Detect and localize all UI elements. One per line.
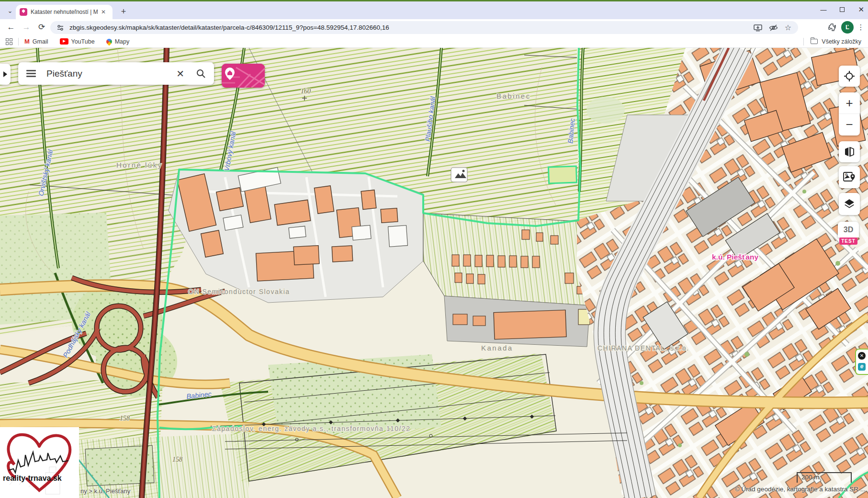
menu-hamburger-icon[interactable] [26,68,36,79]
village-zone [423,213,590,306]
bookmark-youtube[interactable]: YouTube [60,38,95,45]
window-close-button[interactable]: ✕ [858,5,864,14]
tab-strip: ⌄ Kataster nehnuteľností | MAPKA ✕ + — ✕ [0,1,868,19]
gmail-icon: M [24,38,30,45]
locate-me-button[interactable] [839,66,860,87]
selected-parcel[interactable] [548,166,576,183]
browser-tab[interactable]: Kataster nehnuteľností | MAPKA ✕ [16,5,113,19]
tab-close-icon[interactable]: ✕ [100,9,107,15]
svg-text:G: G [845,173,848,176]
all-bookmarks[interactable]: Všetky záložky [800,38,861,45]
label-kanada: Kanada [481,344,513,352]
back-button[interactable]: ← [5,21,17,34]
site-favicon-pin-icon [20,8,27,16]
label-elev-158b: 158 [172,456,182,463]
browser-menu-icon[interactable]: ⋮ [857,21,865,34]
profile-avatar[interactable]: Ľ [841,21,854,34]
apps-grid-icon[interactable] [6,38,12,45]
zoom-out-button[interactable]: − [839,113,860,135]
eye-off-icon[interactable] [769,24,778,32]
folder-icon [811,39,818,44]
browser-toolbar: ← → ⟳ zbgis.skgeodesy.sk/mapka/sk/katast… [0,19,868,35]
test-badge: TEST [839,238,857,245]
bookmark-gmail[interactable]: M Gmail [24,38,48,45]
address-bar[interactable]: zbgis.skgeodesy.sk/mapka/sk/kataster/det… [50,21,798,34]
site-permissions-icon[interactable] [56,23,65,32]
scale-bar-label: 200 m [801,474,820,481]
map-canvas[interactable]: Horné lúky Babinec ON Semiconductor Slov… [0,48,868,498]
all-bookmarks-label: Všetky záložky [822,38,861,45]
google-maps-icon: G [843,171,856,183]
compare-swipe-button[interactable] [839,141,860,162]
bookmark-star-icon[interactable]: ☆ [785,23,791,32]
google-maps-button[interactable]: G [839,166,860,188]
mapka-logo[interactable] [222,64,265,88]
bookmarks-bar: M Gmail YouTube Mapy Všetky záložky [0,35,868,48]
label-zapadoslov: Západoslov. energ. závody a.s., transfor… [212,425,410,432]
search-clear-icon[interactable]: ✕ [176,68,184,79]
url-text[interactable]: zbgis.skgeodesy.sk/mapka/sk/kataster/det… [69,24,754,31]
map-attribution[interactable]: © Úrad geodézie, kartografie a katastra … [735,486,866,493]
compare-icon [844,146,855,158]
window-minimize-button[interactable]: — [820,6,826,13]
reload-button[interactable]: ⟳ [35,21,48,34]
zoom-control: + − [839,92,860,136]
map-render: Horné lúky Babinec ON Semiconductor Slov… [0,48,868,498]
widget-e-icon[interactable]: e [858,363,866,371]
bookmark-mapy-label: Mapy [115,38,130,45]
bookmarks-separator [18,38,19,45]
poi-marker[interactable] [451,168,467,182]
install-app-icon[interactable] [754,24,762,32]
maps-pin-icon [105,37,113,45]
youtube-icon [60,38,68,45]
scale-bar: 200 m [797,472,852,483]
label-babinec-top: Babinec [496,92,531,100]
tab-search-chevron-icon[interactable]: ⌄ [5,6,15,16]
partner-logo-reality-trnava[interactable]: reality-trnava.sk [0,427,79,498]
zoom-in-button[interactable]: + [839,92,860,113]
forward-button[interactable]: → [20,21,33,34]
partner-logo-text: reality-trnava.sk [3,474,62,482]
tab-title: Kataster nehnuteľností | MAPKA [31,9,98,15]
label-on-semiconductor: ON Semiconductor Slovakia [188,288,290,295]
sidebar-expand-tab[interactable] [0,64,11,85]
window-maximize-button[interactable] [840,7,845,12]
search-input[interactable]: Piešťany [46,68,176,79]
bookmark-gmail-label: Gmail [33,38,48,45]
breadcrumb[interactable]: ny > k.ú. Piešťany [80,487,130,495]
bookmark-youtube-label: YouTube [71,38,95,45]
3d-view-button[interactable]: 3D [838,222,859,238]
search-icon[interactable] [196,68,206,79]
layers-button[interactable] [839,193,860,215]
locate-icon [844,70,855,82]
extensions-puzzle-icon[interactable] [828,23,836,32]
label-ku-piestany: k.ú. Piešťany [712,253,758,261]
edge-widget: ✕ e [855,349,868,375]
widget-close-icon[interactable]: ✕ [858,352,866,360]
label-chirana: CHIRANA DENTAL, s.r.o. [597,344,689,352]
bookmarks-right-separator [803,38,804,45]
label-elev-158a: 158 [120,415,130,422]
search-card: Piešťany ✕ [18,62,214,85]
bookmark-mapy[interactable]: Mapy [106,38,130,45]
layers-icon [843,198,856,210]
label-horne-luky: Horné lúky [116,161,163,169]
label-elev-160: 160 [301,88,311,95]
new-tab-button[interactable]: + [118,6,129,18]
